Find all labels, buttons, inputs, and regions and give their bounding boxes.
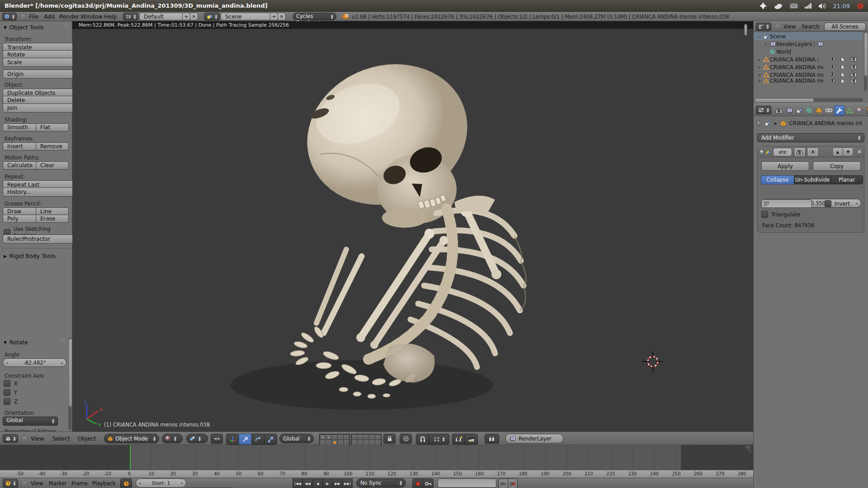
volume-icon[interactable] <box>819 3 826 9</box>
panel-grip[interactable] <box>62 23 69 30</box>
modifier-delete-icon[interactable]: ✕ <box>857 149 862 155</box>
insert-keyframe-icon-button[interactable] <box>498 479 508 488</box>
layers-grid-2[interactable] <box>351 434 382 446</box>
outliner-row[interactable]: +CRIANCA ANDINA men <box>754 71 862 79</box>
shade-flat-button[interactable]: Flat <box>36 123 69 131</box>
add-layout-button[interactable]: + <box>182 13 190 20</box>
transform-orientation-dropdown[interactable]: Global ▲▼ <box>279 434 314 443</box>
layer-cell[interactable] <box>375 435 381 440</box>
cursor-toggle-icon[interactable] <box>839 64 847 70</box>
modifier-expand-icon[interactable]: ▼ <box>760 150 763 154</box>
layer-cell[interactable] <box>326 440 331 445</box>
mode-unsubdivide-button[interactable]: Un-Subdivide <box>794 175 831 184</box>
panel-collapse-icon[interactable]: ▼ <box>4 25 7 30</box>
layer-cell[interactable] <box>338 435 343 440</box>
sync-dropdown[interactable]: No Sync▲▼ <box>356 479 406 488</box>
tab-material[interactable] <box>855 106 864 115</box>
auto-keyframe-button[interactable] <box>120 479 132 488</box>
layer-cell[interactable] <box>332 435 337 440</box>
editor-type-button-info[interactable]: i ▲▼ <box>2 13 17 20</box>
editor-type-button-3dview[interactable]: ▲▼ <box>3 434 18 443</box>
playback-button[interactable]: ◀◀ <box>302 479 313 488</box>
workspace-icon[interactable] <box>759 2 767 9</box>
manipulator-scale-toggle[interactable] <box>264 434 277 445</box>
camera-toggle-icon[interactable] <box>850 79 858 83</box>
render-engine-dropdown[interactable]: Cycles Render▲▼ <box>293 13 336 20</box>
viewport-scroll-handle[interactable] <box>744 24 747 36</box>
camera-toggle-icon[interactable] <box>850 56 858 62</box>
panel-grip[interactable] <box>59 338 66 345</box>
angle-slider[interactable]: ◂ -82.462° ▸ <box>3 358 66 367</box>
playback-button[interactable]: ◀ <box>312 479 323 488</box>
triangulate-checkbox[interactable] <box>761 211 768 218</box>
menu-playback[interactable]: Playback <box>92 478 115 488</box>
expander-icon[interactable]: + <box>756 73 762 77</box>
expander-icon[interactable]: + <box>756 79 762 83</box>
expander-icon[interactable]: − <box>756 34 762 39</box>
insert-keyframe-button[interactable]: Insert <box>3 142 36 150</box>
outliner-row[interactable]: +RenderLayers| <box>754 40 862 48</box>
outliner-hscrollbar-thumb[interactable] <box>755 98 814 103</box>
modifier-apply-button[interactable]: Apply <box>761 161 809 171</box>
axis-x-checkbox[interactable] <box>4 380 10 387</box>
session-gear-icon[interactable] <box>857 2 864 10</box>
invert-checkbox[interactable] <box>825 200 831 207</box>
outliner-hscrollbar[interactable] <box>755 98 863 102</box>
modifier-render-toggle[interactable] <box>794 147 806 157</box>
modifier-move-up-button[interactable]: ▲ <box>832 147 843 156</box>
menu-object[interactable]: Object <box>78 432 96 445</box>
layer-cell[interactable] <box>369 435 375 440</box>
current-frame-line[interactable] <box>130 445 131 470</box>
layer-cell[interactable] <box>363 435 369 440</box>
panel-expand-icon[interactable]: ▶ <box>4 254 7 258</box>
modifier-copy-button[interactable]: Copy <box>813 161 861 171</box>
axis-z-checkbox[interactable] <box>4 398 10 405</box>
ruler-protractor-button[interactable]: Ruler/Protractor <box>3 235 74 244</box>
expander-icon[interactable]: + <box>763 42 769 47</box>
timeline-canvas[interactable] <box>0 445 753 470</box>
gp-poly-button[interactable]: Poly <box>3 215 36 223</box>
pivot-point-dropdown[interactable]: ▲▼ <box>186 434 208 443</box>
layer-cell[interactable] <box>352 440 357 445</box>
menu-select[interactable]: Select <box>52 432 70 445</box>
shade-smooth-button[interactable]: Smooth <box>3 123 36 131</box>
origin-button[interactable]: Origin <box>3 70 74 79</box>
menu-help[interactable]: Help <box>104 12 117 21</box>
clock-text[interactable]: 21:09 <box>833 3 850 9</box>
cursor-toggle-icon[interactable] <box>839 56 847 62</box>
pause-render-button[interactable]: ▮▮ <box>485 434 499 444</box>
menu-render[interactable]: Render <box>59 12 80 21</box>
object-tools-panel-header[interactable]: ▼ Object Tools <box>4 24 43 31</box>
mode-collapse-button[interactable]: Collapse <box>761 175 794 184</box>
mail-icon[interactable] <box>790 3 798 9</box>
menu-file[interactable]: File <box>29 12 38 21</box>
screen-layout-field[interactable]: Default <box>139 13 183 20</box>
rotate-panel-header[interactable]: ▼ Rotate <box>4 339 28 346</box>
outliner-row[interactable]: +CRIANCA ANDINA| <box>754 56 862 63</box>
viewport-3d[interactable]: Mem:522.86M, Peak:522.86M | Time:01:53.6… <box>72 21 753 432</box>
lock-to-scene-toggle[interactable] <box>383 434 396 444</box>
scale-button[interactable]: Scale <box>3 58 74 67</box>
outliner-vscrollbar[interactable] <box>864 33 867 91</box>
collapse-menus-icon[interactable]: − <box>22 436 27 441</box>
eye-toggle-icon[interactable] <box>828 64 836 70</box>
screen-layout-icon-button[interactable]: ▲▼ <box>123 13 138 20</box>
menu-search[interactable]: Search <box>802 22 820 32</box>
tab-scene[interactable] <box>794 106 804 115</box>
editor-type-button-timeline[interactable]: ▲▼ <box>3 479 18 488</box>
editor-type-button-properties[interactable]: ▲▼ <box>756 106 771 114</box>
keying-toggle-button[interactable] <box>423 479 434 488</box>
outliner-row[interactable]: +CRIANCA ANDINA men <box>754 63 862 71</box>
rigid-body-tools-panel-header[interactable]: ▶ Rigid Body Tools <box>4 253 56 259</box>
collapse-menus-icon[interactable]: − <box>774 24 780 29</box>
tab-modifiers[interactable] <box>834 105 844 116</box>
panel-collapse-icon[interactable]: ▼ <box>4 340 7 345</box>
pin-icon[interactable] <box>755 120 761 127</box>
mode-dropdown[interactable]: Object Mode ▲▼ <box>104 434 159 443</box>
frame-start-slider[interactable]: ◂Start: 1▸ <box>136 479 186 488</box>
eye-toggle-icon[interactable] <box>828 56 836 62</box>
tab-world[interactable] <box>804 106 814 115</box>
axis-y-checkbox[interactable] <box>4 389 10 396</box>
outliner-row[interactable]: −Scene <box>754 33 862 40</box>
viewport-shading-dropdown[interactable]: ▲▼ <box>162 434 183 443</box>
